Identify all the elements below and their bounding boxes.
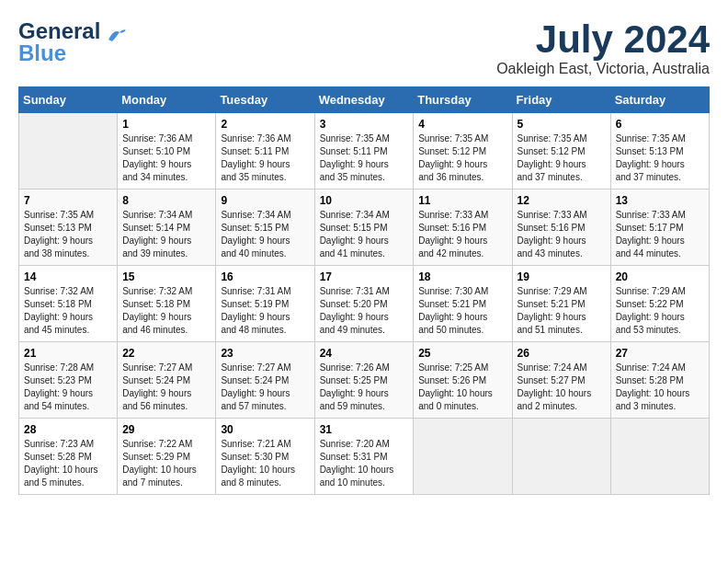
calendar-cell: 5Sunrise: 7:35 AMSunset: 5:12 PMDaylight… xyxy=(512,113,610,190)
day-info: Sunrise: 7:24 AMSunset: 5:27 PMDaylight:… xyxy=(518,362,606,413)
calendar-cell xyxy=(414,419,512,495)
day-number: 8 xyxy=(122,194,210,207)
day-info: Sunrise: 7:34 AMSunset: 5:15 PMDaylight:… xyxy=(320,209,409,260)
title-block: July 2024 Oakleigh East, Victoria, Austr… xyxy=(496,18,710,77)
calendar-cell: 19Sunrise: 7:29 AMSunset: 5:21 PMDayligh… xyxy=(512,266,610,342)
day-info: Sunrise: 7:32 AMSunset: 5:18 PMDaylight:… xyxy=(122,285,210,337)
location-title: Oakleigh East, Victoria, Australia xyxy=(496,61,710,77)
calendar-cell: 25Sunrise: 7:25 AMSunset: 5:26 PMDayligh… xyxy=(414,342,512,419)
calendar-cell: 31Sunrise: 7:20 AMSunset: 5:31 PMDayligh… xyxy=(314,419,414,495)
day-number: 4 xyxy=(418,118,506,131)
weekday-header: Sunday xyxy=(19,87,118,113)
calendar-week-row: 28Sunrise: 7:23 AMSunset: 5:28 PMDayligh… xyxy=(19,419,710,495)
day-info: Sunrise: 7:34 AMSunset: 5:15 PMDaylight:… xyxy=(221,209,309,260)
day-info: Sunrise: 7:30 AMSunset: 5:21 PMDaylight:… xyxy=(418,285,506,337)
calendar-cell: 12Sunrise: 7:33 AMSunset: 5:16 PMDayligh… xyxy=(512,190,610,266)
calendar-cell: 22Sunrise: 7:27 AMSunset: 5:24 PMDayligh… xyxy=(118,342,216,419)
day-number: 30 xyxy=(221,423,309,436)
calendar-cell: 26Sunrise: 7:24 AMSunset: 5:27 PMDayligh… xyxy=(512,342,610,419)
calendar-cell: 15Sunrise: 7:32 AMSunset: 5:18 PMDayligh… xyxy=(118,266,216,342)
day-info: Sunrise: 7:33 AMSunset: 5:16 PMDaylight:… xyxy=(518,209,606,260)
calendar-cell: 29Sunrise: 7:22 AMSunset: 5:29 PMDayligh… xyxy=(118,419,216,495)
day-number: 23 xyxy=(221,347,309,360)
day-info: Sunrise: 7:35 AMSunset: 5:13 PMDaylight:… xyxy=(24,209,112,260)
day-number: 1 xyxy=(122,118,210,131)
day-info: Sunrise: 7:27 AMSunset: 5:24 PMDaylight:… xyxy=(221,362,309,413)
day-number: 14 xyxy=(24,270,112,283)
day-info: Sunrise: 7:26 AMSunset: 5:25 PMDaylight:… xyxy=(320,362,409,413)
calendar-cell: 24Sunrise: 7:26 AMSunset: 5:25 PMDayligh… xyxy=(314,342,414,419)
day-info: Sunrise: 7:35 AMSunset: 5:11 PMDaylight:… xyxy=(320,132,409,184)
calendar-cell xyxy=(19,113,118,190)
calendar-cell: 27Sunrise: 7:24 AMSunset: 5:28 PMDayligh… xyxy=(610,342,709,419)
calendar-cell: 11Sunrise: 7:33 AMSunset: 5:16 PMDayligh… xyxy=(414,190,512,266)
weekday-header: Monday xyxy=(118,87,216,113)
day-info: Sunrise: 7:29 AMSunset: 5:22 PMDaylight:… xyxy=(616,285,704,337)
day-info: Sunrise: 7:34 AMSunset: 5:14 PMDaylight:… xyxy=(122,209,210,260)
calendar-week-row: 21Sunrise: 7:28 AMSunset: 5:23 PMDayligh… xyxy=(19,342,710,419)
day-info: Sunrise: 7:32 AMSunset: 5:18 PMDaylight:… xyxy=(24,285,112,337)
calendar-cell: 14Sunrise: 7:32 AMSunset: 5:18 PMDayligh… xyxy=(19,266,118,342)
day-info: Sunrise: 7:25 AMSunset: 5:26 PMDaylight:… xyxy=(418,362,506,413)
day-info: Sunrise: 7:23 AMSunset: 5:28 PMDaylight:… xyxy=(24,438,112,489)
day-info: Sunrise: 7:31 AMSunset: 5:19 PMDaylight:… xyxy=(221,285,309,337)
logo-bird-icon xyxy=(107,27,127,43)
day-number: 15 xyxy=(122,270,210,283)
weekday-header: Saturday xyxy=(610,87,709,113)
page-header: General Blue July 2024 Oakleigh East, Vi… xyxy=(18,18,710,77)
calendar-cell: 13Sunrise: 7:33 AMSunset: 5:17 PMDayligh… xyxy=(610,190,709,266)
day-info: Sunrise: 7:35 AMSunset: 5:12 PMDaylight:… xyxy=(418,132,506,184)
calendar-cell: 4Sunrise: 7:35 AMSunset: 5:12 PMDaylight… xyxy=(414,113,512,190)
logo-general: General xyxy=(18,18,100,43)
day-info: Sunrise: 7:35 AMSunset: 5:12 PMDaylight:… xyxy=(518,132,606,184)
day-number: 26 xyxy=(518,347,606,360)
day-info: Sunrise: 7:24 AMSunset: 5:28 PMDaylight:… xyxy=(616,362,704,413)
day-number: 9 xyxy=(221,194,309,207)
day-number: 7 xyxy=(24,194,112,207)
day-info: Sunrise: 7:36 AMSunset: 5:10 PMDaylight:… xyxy=(122,132,210,184)
logo: General Blue xyxy=(18,18,127,66)
day-info: Sunrise: 7:31 AMSunset: 5:20 PMDaylight:… xyxy=(320,285,409,337)
weekday-header: Wednesday xyxy=(314,87,414,113)
calendar-cell: 23Sunrise: 7:27 AMSunset: 5:24 PMDayligh… xyxy=(216,342,314,419)
day-number: 24 xyxy=(320,347,409,360)
day-number: 16 xyxy=(221,270,309,283)
calendar-cell: 18Sunrise: 7:30 AMSunset: 5:21 PMDayligh… xyxy=(414,266,512,342)
calendar-cell: 8Sunrise: 7:34 AMSunset: 5:14 PMDaylight… xyxy=(118,190,216,266)
day-number: 13 xyxy=(616,194,704,207)
day-number: 3 xyxy=(320,118,409,131)
day-number: 25 xyxy=(418,347,506,360)
calendar-cell: 3Sunrise: 7:35 AMSunset: 5:11 PMDaylight… xyxy=(314,113,414,190)
calendar-cell: 17Sunrise: 7:31 AMSunset: 5:20 PMDayligh… xyxy=(314,266,414,342)
calendar-week-row: 1Sunrise: 7:36 AMSunset: 5:10 PMDaylight… xyxy=(19,113,710,190)
day-number: 10 xyxy=(320,194,409,207)
day-info: Sunrise: 7:33 AMSunset: 5:17 PMDaylight:… xyxy=(616,209,704,260)
logo-blue: Blue xyxy=(18,40,66,66)
calendar-cell xyxy=(512,419,610,495)
day-number: 2 xyxy=(221,118,309,131)
calendar-cell: 16Sunrise: 7:31 AMSunset: 5:19 PMDayligh… xyxy=(216,266,314,342)
calendar-cell: 20Sunrise: 7:29 AMSunset: 5:22 PMDayligh… xyxy=(610,266,709,342)
day-number: 20 xyxy=(616,270,704,283)
day-info: Sunrise: 7:29 AMSunset: 5:21 PMDaylight:… xyxy=(518,285,606,337)
calendar-cell: 9Sunrise: 7:34 AMSunset: 5:15 PMDaylight… xyxy=(216,190,314,266)
day-info: Sunrise: 7:33 AMSunset: 5:16 PMDaylight:… xyxy=(418,209,506,260)
weekday-header: Thursday xyxy=(414,87,512,113)
day-info: Sunrise: 7:21 AMSunset: 5:30 PMDaylight:… xyxy=(221,438,309,489)
calendar-cell: 2Sunrise: 7:36 AMSunset: 5:11 PMDaylight… xyxy=(216,113,314,190)
calendar-cell: 10Sunrise: 7:34 AMSunset: 5:15 PMDayligh… xyxy=(314,190,414,266)
day-number: 6 xyxy=(616,118,704,131)
day-number: 29 xyxy=(122,423,210,436)
day-number: 21 xyxy=(24,347,112,360)
calendar-table: SundayMondayTuesdayWednesdayThursdayFrid… xyxy=(18,86,710,495)
calendar-week-row: 7Sunrise: 7:35 AMSunset: 5:13 PMDaylight… xyxy=(19,190,710,266)
weekday-header: Friday xyxy=(512,87,610,113)
calendar-cell: 1Sunrise: 7:36 AMSunset: 5:10 PMDaylight… xyxy=(118,113,216,190)
day-number: 27 xyxy=(616,347,704,360)
calendar-header-row: SundayMondayTuesdayWednesdayThursdayFrid… xyxy=(19,87,710,113)
day-number: 18 xyxy=(418,270,506,283)
calendar-cell: 7Sunrise: 7:35 AMSunset: 5:13 PMDaylight… xyxy=(19,190,118,266)
calendar-cell: 28Sunrise: 7:23 AMSunset: 5:28 PMDayligh… xyxy=(19,419,118,495)
day-number: 17 xyxy=(320,270,409,283)
day-info: Sunrise: 7:28 AMSunset: 5:23 PMDaylight:… xyxy=(24,362,112,413)
